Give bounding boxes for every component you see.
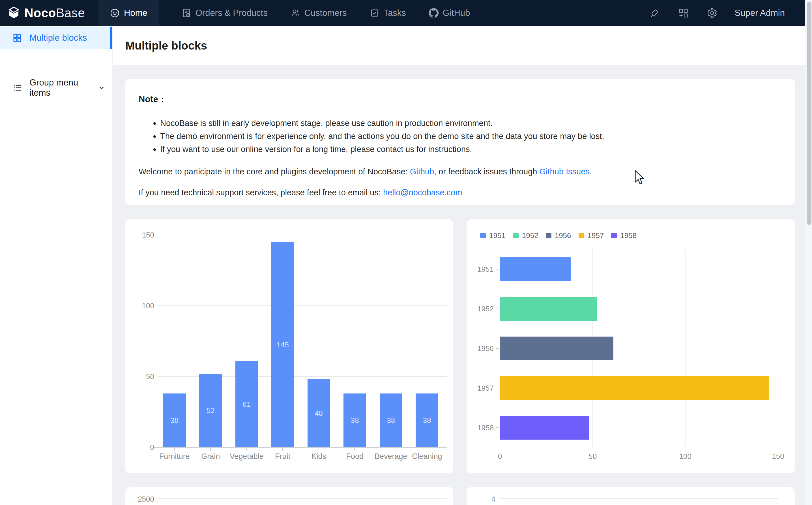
y-axis-tick: [496, 269, 499, 270]
customers-people-icon: [290, 8, 300, 18]
x-axis-tick-label: 0: [489, 452, 511, 461]
page-header: Multiple blocks: [112, 26, 812, 65]
legend-item-1956[interactable]: 1956: [546, 231, 571, 240]
y-axis-tick-label: 2500: [125, 493, 154, 505]
y-axis-tick: [496, 428, 499, 428]
legend-item-1958[interactable]: 1958: [611, 231, 636, 240]
nocobase-logo-icon: [7, 6, 20, 19]
sidebar-item-multiple-blocks[interactable]: Multiple blocks: [0, 27, 112, 49]
y-axis-tick-label: 100: [125, 300, 154, 311]
y-axis-category-label: 1952: [467, 303, 494, 315]
y-axis-tick: [496, 348, 499, 349]
legend-label: 1952: [522, 231, 538, 240]
x-axis-tick: [319, 447, 319, 451]
bar-1956: [500, 337, 613, 360]
y-axis-tick-label: 0: [125, 442, 154, 453]
nav-item-tasks[interactable]: Tasks: [358, 0, 417, 26]
tasks-check-icon: [369, 8, 380, 18]
sidebar-item-label: Multiple blocks: [29, 33, 87, 43]
sidebar-item-group-menu-items[interactable]: Group menu items: [0, 76, 112, 99]
partial-chart-plot-left: 2500: [125, 487, 453, 505]
column-chart-block: 05010015038Furniture52Grain61Vegetable14…: [125, 219, 453, 473]
partial-chart-plot-right: 4: [467, 487, 795, 505]
orders-document-icon: [181, 8, 192, 18]
bar-value-label: 61: [235, 398, 258, 410]
bar-value-label: 48: [307, 407, 330, 419]
legend-item-1951[interactable]: 1951: [480, 231, 506, 240]
nav-item-label: Tasks: [384, 8, 406, 18]
y-axis-tick-label: 150: [125, 229, 154, 240]
x-axis-tick-label: 50: [581, 452, 604, 461]
legend-item-1957[interactable]: 1957: [579, 231, 604, 240]
github-link[interactable]: Github: [410, 167, 434, 176]
nav-item-home[interactable]: Home: [98, 0, 159, 26]
y-axis-category-label: 1957: [467, 382, 494, 394]
bar-value-label: 38: [163, 415, 186, 426]
nav-right-actions: Super Admin: [648, 0, 812, 26]
legend-item-1952[interactable]: 1952: [513, 231, 538, 240]
page-title: Multiple blocks: [125, 39, 207, 52]
nav-item-label: Home: [124, 8, 148, 18]
legend-marker: [611, 233, 617, 238]
settings-button[interactable]: [706, 7, 718, 19]
legend-label: 1956: [555, 231, 571, 240]
x-axis-tick: [174, 447, 175, 451]
bar-value-label: 52: [199, 405, 222, 416]
appstore-grid-icon: [12, 33, 22, 43]
user-menu[interactable]: Super Admin: [735, 8, 785, 18]
legend-label: 1958: [620, 231, 636, 240]
gear-icon: [707, 8, 718, 18]
legend-marker: [480, 233, 486, 238]
gridline: [685, 249, 686, 447]
logo[interactable]: NocoBase: [0, 0, 98, 26]
page-scrollbar-thumb[interactable]: [807, 2, 811, 225]
text: .: [590, 167, 592, 176]
y-axis-tick: [496, 309, 499, 309]
nav-item-label: Customers: [304, 8, 347, 18]
x-axis-tick: [354, 447, 355, 451]
nav-item-github[interactable]: GitHub: [417, 0, 481, 26]
appstore-add-icon: [678, 8, 689, 18]
sidebar-item-label: Group menu items: [29, 77, 85, 98]
gridline: [157, 235, 447, 235]
legend-label: 1951: [489, 231, 506, 240]
highlighter-icon: [649, 8, 660, 18]
column-chart-plot: 05010015038Furniture52Grain61Vegetable14…: [125, 219, 453, 473]
legend-label: 1957: [588, 231, 604, 240]
gridline: [500, 499, 778, 499]
chart-legend: 19511952195619571958: [480, 231, 636, 240]
github-icon: [429, 8, 439, 18]
x-axis-tick-label: 100: [674, 452, 697, 461]
y-axis-tick-label: 4: [467, 493, 495, 505]
x-axis-tick: [391, 447, 391, 451]
note-bullet: If you want to use our online version fo…: [160, 143, 778, 156]
bar-value-label: 38: [380, 415, 402, 426]
x-axis-category-label: Cleaning: [404, 452, 450, 461]
note-paragraph-contribute: Welcome to participate in the core and p…: [139, 166, 778, 177]
bar-1952: [500, 297, 597, 321]
x-axis-tick: [427, 447, 427, 451]
bar-value-label: 145: [271, 339, 294, 350]
y-axis-tick-label: 50: [125, 371, 154, 382]
nav-item-customers[interactable]: Customers: [279, 0, 358, 26]
top-nav: NocoBase Home Orders & Products: [0, 0, 812, 26]
x-axis-tick: [282, 447, 283, 451]
gridline: [158, 499, 447, 499]
email-link[interactable]: hello@nocobase.com: [383, 188, 462, 197]
bar-value-label: 38: [343, 415, 366, 426]
page-scrollbar-track[interactable]: [805, 0, 812, 505]
bar-1951: [500, 257, 571, 281]
x-axis-line: [154, 447, 447, 448]
unordered-list-icon: [12, 83, 22, 93]
y-axis-category-label: 1956: [467, 343, 494, 354]
partial-chart-block-right: 4: [467, 487, 795, 505]
smile-icon: [110, 8, 120, 18]
add-block-button[interactable]: [677, 7, 690, 19]
github-issues-link[interactable]: Github Issues: [539, 167, 589, 176]
gridline: [157, 305, 447, 306]
nav-item-orders-products[interactable]: Orders & Products: [170, 0, 279, 26]
note-bullet: The demo environment is for experience o…: [160, 130, 778, 143]
text: , or feedback issues through: [434, 167, 539, 176]
ui-editor-highlighter-button[interactable]: [648, 7, 660, 19]
note-bullet: NocoBase is still in early development s…: [160, 117, 778, 130]
